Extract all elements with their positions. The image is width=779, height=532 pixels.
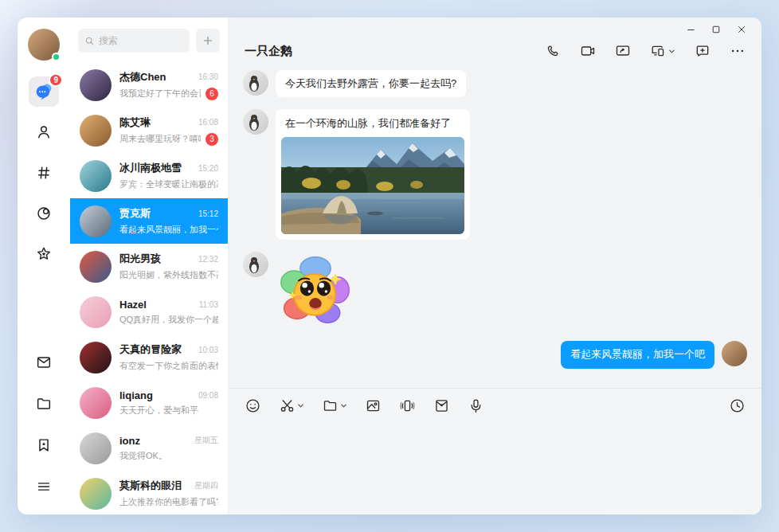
chat-name: 贾克斯	[119, 206, 151, 221]
my-avatar[interactable]	[28, 29, 60, 61]
shake-window-button[interactable]	[399, 397, 416, 414]
my-avatar-small[interactable]	[722, 341, 747, 366]
online-status-dot	[52, 53, 61, 61]
message-input[interactable]	[229, 422, 761, 514]
chat-name: 莫斯科的眼泪	[119, 479, 182, 493]
nav-saved[interactable]	[29, 430, 59, 460]
chat-time: 16:30	[198, 72, 218, 81]
input-toolbar	[229, 389, 761, 422]
nav-messages[interactable]: 9	[29, 76, 59, 107]
new-chat-button[interactable]	[695, 43, 710, 59]
chat-preview: 天天开心，爱与和平	[119, 405, 198, 417]
chat-preview: 上次推荐你的电影看了吗?	[119, 496, 218, 508]
screenshot-button[interactable]	[279, 397, 304, 414]
chevron-down-icon	[668, 48, 675, 55]
message-text: 在一个环海的山脉，我们都准备好了	[281, 115, 464, 137]
chat-name: liqiang	[119, 389, 153, 401]
moments-icon	[35, 205, 53, 222]
nav-folder[interactable]	[29, 389, 59, 419]
avatar	[80, 478, 112, 510]
nav-moments[interactable]	[29, 198, 59, 229]
chat-list-item[interactable]: 阳光男孩12:32 阳光明媚，紫外线指数不高	[70, 244, 228, 289]
message-bubble-with-photo[interactable]: 在一个环海的山脉，我们都准备好了	[276, 109, 470, 240]
unread-badge: 6	[206, 88, 218, 100]
avatar	[80, 69, 112, 101]
search-box[interactable]	[78, 29, 190, 53]
person-icon	[35, 123, 53, 141]
chat-list-item[interactable]: Hazel11:03 QQ真好用，我发你一个超清表情	[70, 289, 228, 334]
message-bubble-sent[interactable]: 看起来风景靓丽，加我一个吧	[561, 341, 714, 368]
rail-bottom-nav	[29, 347, 59, 502]
voice-call-button[interactable]	[546, 44, 561, 59]
chevron-down-icon	[340, 402, 347, 409]
avatar	[80, 432, 112, 464]
chat-history-button[interactable]	[729, 397, 746, 414]
maximize-button[interactable]	[707, 23, 725, 36]
avatar	[80, 205, 112, 237]
add-chat-button[interactable]	[196, 29, 220, 53]
search-icon	[84, 36, 95, 46]
bookmark-star-icon	[35, 436, 53, 454]
nav-channels[interactable]	[29, 158, 59, 188]
chat-time: 星期五	[194, 435, 218, 446]
chat-preview: 我预定好了下午的会议	[119, 88, 201, 100]
chat-list-item[interactable]: 冰川南极地雪15:20 罗宾：全球变暖让南极的冰川	[70, 153, 228, 198]
camping-photo[interactable]	[281, 137, 464, 234]
chat-list-item[interactable]: 天真的冒险家10:03 有空发一下你之前面的表情	[70, 334, 228, 380]
rail-nav: 9	[29, 76, 59, 269]
emoji-button[interactable]	[245, 397, 261, 414]
chat-name: Hazel	[119, 299, 147, 311]
message-area: 今天我们去野外露营，你要一起去吗? 在一个环海的山脉，我们都准备好了	[229, 67, 761, 388]
chat-list-item[interactable]: 陈艾琳16:08 周末去哪里玩呀？嘻嘻3	[70, 108, 228, 153]
avatar	[80, 387, 112, 419]
left-rail: 9	[18, 18, 70, 514]
peer-avatar[interactable]	[243, 70, 268, 96]
chat-time: 12:32	[198, 255, 218, 264]
chat-preview: 罗宾：全球变暖让南极的冰川	[119, 178, 218, 190]
hamburger-menu-icon	[35, 478, 53, 495]
peer-avatar[interactable]	[243, 109, 268, 135]
chat-list-item[interactable]: 莫斯科的眼泪星期四 上次推荐你的电影看了吗?	[70, 471, 228, 514]
flower-face-sticker[interactable]	[277, 252, 354, 328]
nav-favorites[interactable]	[29, 239, 59, 269]
avatar	[80, 296, 112, 328]
search-row	[70, 29, 228, 62]
messages-unread-badge: 9	[49, 73, 63, 87]
nav-menu[interactable]	[29, 471, 59, 502]
chat-list-item[interactable]: 杰德Chen16:30 我预定好了下午的会议6	[70, 62, 228, 108]
send-image-button[interactable]	[365, 397, 382, 414]
search-input[interactable]	[99, 35, 183, 46]
close-button[interactable]	[733, 23, 750, 36]
chat-name: ionz	[119, 435, 140, 447]
more-options-button[interactable]	[730, 43, 746, 59]
avatar	[80, 251, 112, 283]
peer-avatar[interactable]	[243, 252, 268, 277]
chat-time: 15:20	[198, 164, 218, 173]
chat-name: 陈艾琳	[119, 115, 151, 130]
nav-contacts[interactable]	[29, 117, 59, 147]
nav-mail[interactable]	[29, 347, 59, 377]
avatar	[80, 115, 112, 147]
message-bubble[interactable]: 今天我们去野外露营，你要一起去吗?	[276, 70, 466, 97]
send-file-button[interactable]	[322, 397, 347, 414]
chat-time: 09:08	[198, 391, 218, 400]
minimize-button[interactable]	[682, 23, 699, 36]
chat-preview: 我觉得OK。	[119, 450, 167, 462]
screen-share-button[interactable]	[615, 43, 631, 59]
chat-time: 星期四	[194, 480, 218, 491]
chat-time: 16:08	[198, 118, 218, 127]
chat-list-item-selected[interactable]: 贾克斯15:12 看起来风景靓丽，加我一个吧	[70, 198, 228, 244]
voice-message-button[interactable]	[468, 397, 484, 414]
chat-preview: QQ真好用，我发你一个超清表情	[119, 314, 218, 326]
red-packet-button[interactable]	[433, 397, 450, 414]
remote-desktop-button[interactable]	[650, 43, 675, 59]
message-sent: 看起来风景靓丽，加我一个吧	[243, 341, 747, 368]
chat-preview: 周末去哪里玩呀？嘻嘻	[119, 133, 201, 145]
chat-name: 天真的冒险家	[119, 342, 182, 357]
video-call-button[interactable]	[580, 43, 596, 59]
chat-title: 一只企鹅	[245, 44, 292, 59]
chat-header: 一只企鹅	[229, 35, 761, 67]
avatar	[80, 160, 112, 192]
chat-list-item[interactable]: ionz星期五 我觉得OK。	[70, 425, 228, 471]
chat-list-item[interactable]: liqiang09:08 天天开心，爱与和平	[70, 380, 228, 425]
